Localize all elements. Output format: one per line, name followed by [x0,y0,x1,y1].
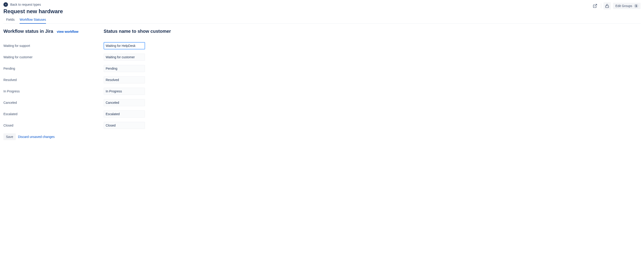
page-title: Request new hardware [4,8,63,14]
status-label: Canceled [4,101,17,104]
tab-fields[interactable]: Fields [6,18,14,24]
status-label: Closed [4,124,14,127]
customer-status-input[interactable] [104,88,145,95]
customer-status-heading: Status name to show customer [104,29,171,34]
status-label: In Progress [4,89,20,93]
tab-workflow-statuses[interactable]: Workflow Statuses [20,18,46,24]
customer-status-input[interactable] [104,42,145,49]
customer-status-input[interactable] [104,122,145,129]
customer-status-input[interactable] [104,53,145,61]
customer-status-input[interactable] [104,65,145,72]
status-label: Waiting for support [4,44,30,47]
customer-status-input[interactable] [104,99,145,106]
discard-link[interactable]: Discard unsaved changes [18,135,55,139]
customer-status-input[interactable] [104,110,145,118]
status-label: Resolved [4,78,16,82]
tabs: Fields Workflow Statuses [4,18,640,24]
header-actions: Edit Groups 1 [592,2,640,9]
status-label: Pending [4,67,15,70]
divider [601,3,601,8]
edit-groups-label: Edit Groups [615,4,632,8]
external-link-icon[interactable] [592,2,599,9]
lock-icon[interactable] [604,2,611,9]
svg-rect-1 [606,6,609,7]
customer-status-input[interactable] [104,76,145,83]
view-workflow-link[interactable]: view workflow [57,30,78,33]
save-button[interactable]: Save [4,133,16,140]
svg-line-0 [595,4,597,6]
status-label: Waiting for customer [4,55,32,59]
arrow-left-icon [4,2,8,7]
back-link-label: Back to request types [10,3,41,6]
workflow-status-heading: Workflow status in Jira [4,29,53,34]
status-label: Escalated [4,112,17,116]
back-link[interactable]: Back to request types [4,2,41,7]
edit-groups-count: 1 [634,4,638,8]
edit-groups-button[interactable]: Edit Groups 1 [613,3,640,9]
